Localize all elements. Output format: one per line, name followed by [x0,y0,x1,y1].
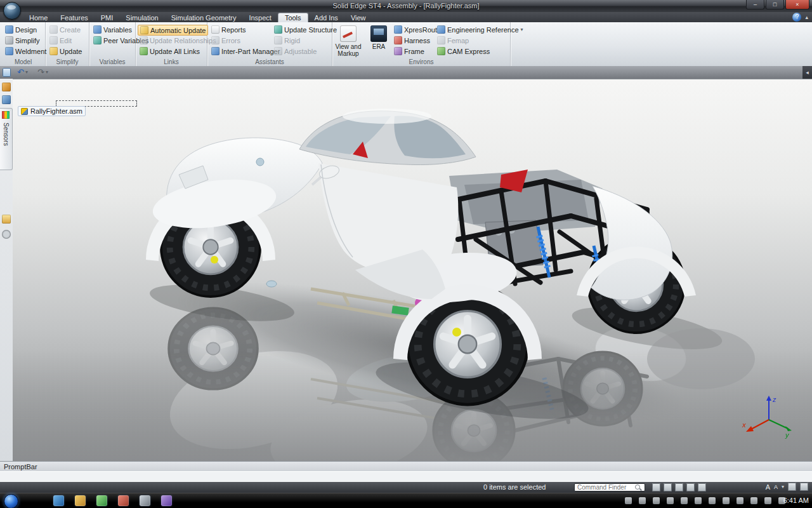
undo-button[interactable]: ↶ ▾ [15,67,30,77]
tray-icon-10[interactable] [750,497,757,504]
panel-collapse-button[interactable]: ◂ [802,66,812,79]
tab-simulation[interactable]: Simulation [119,13,164,22]
3d-viewport[interactable]: RallyFighter.asm z x y [13,79,812,462]
ribbon-item-engineering-reference[interactable]: Engineering Reference▾ [435,25,525,34]
ribbon-item-label: Update Structure [284,26,337,34]
ribbon-item-harness[interactable]: Harness [392,36,432,45]
pathfinder-icon[interactable] [2,83,11,91]
tab-view[interactable]: View [344,13,372,22]
taskbar-app-icon-5[interactable] [140,495,150,506]
resize-grip-icon[interactable] [800,483,808,491]
update-relationships-icon [140,36,148,44]
ribbon-item-label: Inter-Part Manager [221,48,280,55]
ribbon-item-rigid: Rigid [272,36,302,45]
taskbar-clock[interactable]: 6:41 AM [783,497,809,504]
taskbar-app-icon-1[interactable] [53,495,64,506]
ribbon-item-automatic-update[interactable]: Automatic Update [138,25,208,36]
tray-icon-9[interactable] [737,497,743,504]
collapse-arrow-icon: ◂ [806,69,809,76]
tray-icon-4[interactable] [667,497,674,504]
command-finder[interactable] [574,483,645,491]
reports-icon [211,25,219,34]
ribbon-group-model: Design Simplify Weldment Model [1,22,46,66]
variables-icon [93,25,102,34]
update-icon [49,47,58,55]
ribbon-item-design[interactable]: Design [3,25,39,34]
tab-features[interactable]: Features [54,13,94,22]
tab-add-ins[interactable]: Add Ins [308,13,344,22]
settings-gear-icon[interactable] [2,230,11,239]
tab-inspect[interactable]: Inspect [242,13,277,22]
dropdown-caret-icon: ▾ [521,27,523,32]
tray-icon-8[interactable] [723,497,730,504]
taskbar-app-icon-4[interactable] [118,495,129,506]
rotate-view-icon[interactable] [698,483,706,491]
ribbon: Design Simplify Weldment Model Create Ed… [0,22,812,67]
sensors-tab[interactable]: Sensors [0,108,13,170]
ribbon-item-variables[interactable]: Variables [91,25,134,34]
close-button[interactable]: × [785,0,809,10]
ribbon-item-era[interactable]: ERA [364,24,393,62]
tray-icon-3[interactable] [653,497,660,504]
folder-icon[interactable] [2,215,11,224]
tray-icon-1[interactable] [625,497,632,504]
dropdown-caret-icon: ▾ [46,69,48,75]
minimize-button[interactable]: – [746,0,764,10]
ribbon-item-label: Engineering Reference [447,26,519,34]
ribbon-item-weldment[interactable]: Weldment [3,46,48,56]
tray-icon-2[interactable] [639,497,646,504]
tab-simulation-geometry[interactable]: Simulation Geometry [165,13,243,22]
status-options-caret-icon[interactable]: ▾ [782,484,784,490]
ribbon-tab-row: Home Features PMI Simulation Simulation … [0,12,812,22]
ribbon-item-label: Variables [103,26,132,34]
redo-button[interactable]: ↷ ▾ [36,67,50,77]
tray-icon-11[interactable] [764,497,771,504]
pan-icon[interactable] [686,483,695,491]
minimize-icon: – [754,1,757,8]
tray-icon-7[interactable] [709,497,716,504]
zoom-icon[interactable] [664,483,672,491]
ribbon-item-update-structure[interactable]: Update Structure [272,25,339,34]
ribbon-item-label: Design [15,26,37,34]
ribbon-item-update-relationships: Update Relationships [138,36,218,45]
title-bar[interactable]: Solid Edge ST4 - Assembly - [RallyFighte… [0,0,812,13]
left-tool-strip: Sensors [0,79,13,461]
taskbar-app-icon-6[interactable] [161,495,172,506]
3d-model-rallyfighter[interactable] [13,79,812,462]
ribbon-item-update-all-links[interactable]: Update All Links [138,46,202,56]
assembly-doc-label[interactable]: RallyFighter.asm [18,106,86,116]
ribbon-group-environs: View and Markup ERA XpresRoute Harness F… [332,22,511,66]
ribbon-item-cam-express[interactable]: CAM Express [435,46,492,56]
zoom-area-icon[interactable] [652,483,660,491]
ribbon-item-frame[interactable]: Frame [392,46,426,56]
window-layout-icon[interactable] [788,483,796,491]
ribbon-item-inter-part-manager[interactable]: Inter-Part Manager [209,46,282,56]
start-button[interactable] [4,494,18,508]
taskbar-app-icon-3[interactable] [96,495,107,506]
tab-home[interactable]: Home [23,13,54,22]
fit-view-icon[interactable] [675,483,683,491]
tray-icon-6[interactable] [695,497,702,504]
help-icon[interactable]: ? [792,13,801,22]
ribbon-item-view-and-markup[interactable]: View and Markup [334,24,363,62]
adjustable-icon [274,47,282,55]
ribbon-collapse-icon[interactable]: ▴ [805,14,808,20]
library-icon[interactable] [2,95,11,104]
ribbon-item-update[interactable]: Update [48,46,84,56]
taskbar-app-icon-2[interactable] [75,495,86,506]
ribbon-item-simplify[interactable]: Simplify [3,36,42,45]
text-size-increase-icon[interactable]: A [766,483,770,491]
tab-tools[interactable]: Tools [278,13,308,22]
sensors-icon [2,111,10,119]
selection-status: 0 items are selected [483,483,546,491]
tray-icon-5[interactable] [681,497,688,504]
ribbon-item-label: Update [60,48,82,55]
text-size-decrease-icon[interactable]: A [774,484,778,490]
automatic-update-icon [140,26,148,34]
application-button[interactable] [3,2,21,20]
document-icon[interactable] [3,68,11,77]
maximize-button[interactable]: □ [766,0,784,10]
assembly-icon [21,108,28,115]
tab-pmi[interactable]: PMI [95,13,120,22]
ribbon-item-reports[interactable]: Reports [209,25,248,34]
